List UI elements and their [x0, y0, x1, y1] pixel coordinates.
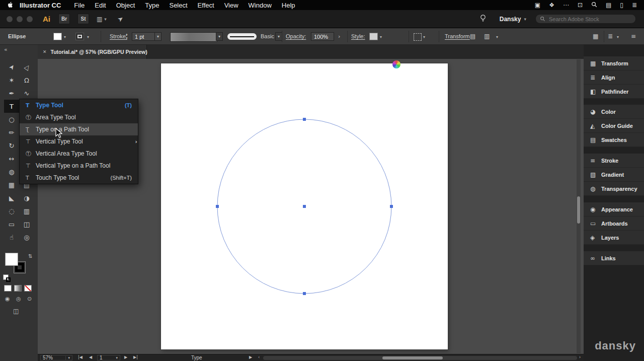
menu-item-vertical-type-tool[interactable]: ⊤ Vertical Type Tool [20, 135, 138, 148]
menu-item-area-type-tool[interactable]: Ⓣ Area Type Tool [20, 111, 138, 123]
stock-button[interactable]: St [77, 14, 89, 24]
menu-type[interactable]: Type [145, 2, 159, 9]
more-icon[interactable]: ⋯ [563, 2, 569, 9]
adobe-stock-search[interactable] [535, 14, 636, 24]
zoom-caret[interactable]: ▾ [65, 356, 70, 360]
workspace-grid-icon[interactable]: ▦ [593, 33, 598, 40]
change-screen-mode-icon[interactable]: ◫ [13, 308, 19, 315]
panel-tab-gradient[interactable]: ▧ Gradient [584, 168, 644, 182]
default-stroke-icon[interactable] [6, 277, 11, 282]
menu-edit[interactable]: Edit [95, 2, 106, 9]
opacity-panel-link[interactable]: Opacity: [286, 33, 306, 39]
stepper-up-icon[interactable]: ▴ [126, 32, 128, 36]
blend-tool[interactable]: ◑ [19, 191, 34, 204]
slice-tool[interactable]: ◫ [19, 218, 34, 231]
artboard-caret[interactable]: ▾ [116, 356, 118, 360]
panel-tab-color-guide[interactable]: ◭ Color Guide [584, 119, 644, 133]
window-close-button[interactable] [7, 16, 13, 22]
ellipse-object[interactable] [161, 63, 448, 349]
menu-help[interactable]: Help [282, 2, 295, 9]
panel-tab-appearance[interactable]: ◉ Appearance [584, 202, 644, 216]
menu-view[interactable]: View [224, 2, 238, 9]
arrange-documents-caret[interactable]: ▾ [104, 17, 107, 22]
scroll-left-icon[interactable]: ‹ [258, 355, 260, 359]
next-artboard-button[interactable]: ▶ [124, 355, 127, 359]
tab-close-icon[interactable]: ✕ [43, 49, 47, 54]
stroke-weight-stepper[interactable]: ▴ ▾ [126, 32, 128, 40]
brush-definition-preview[interactable] [170, 32, 217, 42]
spotlight-search-icon[interactable] [591, 2, 597, 9]
fill-color-proxy[interactable] [5, 253, 18, 266]
shape-builder-tool[interactable]: ◍ [4, 165, 19, 178]
window-minimize-button[interactable] [17, 16, 23, 22]
menu-item-type-on-path-tool[interactable]: Ʈ Type on a Path Tool [20, 123, 138, 135]
horizontal-scrollbar[interactable] [263, 356, 577, 360]
stepper-down-icon[interactable]: ▾ [126, 36, 128, 40]
stroke-weight-field[interactable]: 1 pt [132, 32, 155, 41]
panel-tab-transform[interactable]: ▦ Transform [584, 56, 644, 70]
artboard-tool[interactable]: ▭ [4, 218, 19, 231]
first-artboard-button[interactable]: |◀ [78, 355, 83, 359]
menu-effect[interactable]: Effect [198, 2, 214, 9]
pen-tool[interactable]: ✒ [4, 87, 19, 100]
style-swatch-caret[interactable]: ▾ [380, 35, 382, 39]
rotate-tool[interactable]: ↻ [4, 139, 19, 152]
color-button[interactable] [4, 285, 12, 292]
style-swatch[interactable] [369, 33, 378, 40]
none-button[interactable] [24, 285, 32, 292]
brush-caret[interactable]: ▾ [216, 32, 223, 41]
battery-icon[interactable]: ▯ [620, 2, 623, 9]
previous-artboard-button[interactable]: ◀ [89, 355, 92, 359]
document-tab[interactable]: ✕ Tutorial.ai* @ 57% (RGB/GPU Preview) [38, 45, 147, 59]
vertical-scrollbar[interactable] [577, 59, 581, 353]
panel-list-caret[interactable]: ▾ [617, 35, 619, 39]
fill-swatch[interactable] [53, 33, 62, 40]
menu-item-vertical-type-on-path-tool[interactable]: ⊤ Vertical Type on a Path Tool [20, 160, 138, 172]
panel-tab-pathfinder[interactable]: ◧ Pathfinder [584, 85, 644, 99]
vertical-scrollbar-thumb[interactable] [577, 196, 580, 224]
panel-tab-layers[interactable]: ◈ Layers [584, 231, 644, 245]
apple-menu-icon[interactable] [7, 2, 14, 9]
artboard-number-field[interactable]: 1 ▾ [97, 355, 120, 360]
app-menu-title[interactable]: Illustrator CC [20, 2, 61, 9]
panel-tab-artboards[interactable]: ▭ Artboards [584, 216, 644, 231]
menu-file[interactable]: File [74, 2, 85, 9]
variable-width-profile-swatch[interactable] [227, 33, 257, 40]
arrange-documents-icon[interactable]: ▥ [97, 16, 102, 23]
dropbox-icon[interactable]: ❖ [549, 2, 554, 9]
style-panel-link[interactable]: Style: [351, 33, 365, 39]
menu-item-touch-type-tool[interactable]: T Touch Type Tool (Shift+T) [20, 172, 138, 184]
stroke-swatch-caret[interactable]: ▾ [87, 35, 89, 39]
last-artboard-button[interactable]: ▶| [133, 355, 138, 359]
stats-icon[interactable]: ▤ [606, 2, 611, 9]
transform-panel-link[interactable]: Transform [445, 33, 470, 39]
gradient-button[interactable] [14, 285, 22, 292]
menu-item-vertical-area-type-tool[interactable]: Ⓣ Vertical Area Type Tool [20, 148, 138, 160]
symbol-sprayer-tool[interactable]: ◌ [4, 204, 19, 218]
panel-tab-transparency[interactable]: ◍ Transparency [584, 182, 644, 196]
align-caret[interactable]: ▾ [496, 35, 498, 39]
tearoff-arrow-icon[interactable]: › [135, 138, 137, 145]
screen-mirroring-icon[interactable]: ▣ [535, 2, 540, 9]
panel-tab-links[interactable]: ∞ Links [584, 251, 644, 265]
menu-select[interactable]: Select [169, 2, 187, 9]
column-graph-tool[interactable]: ▥ [19, 204, 34, 218]
horizontal-scrollbar-thumb[interactable] [382, 356, 443, 359]
collapse-toolbar-icon[interactable]: « [4, 46, 8, 53]
menu-object[interactable]: Object [116, 2, 135, 9]
window-zoom-button[interactable] [27, 16, 33, 22]
recolor-artwork-icon[interactable] [392, 60, 400, 68]
swap-fill-stroke-icon[interactable]: ⇄ [28, 254, 33, 258]
zoom-control[interactable]: 57% ▾ [40, 355, 72, 360]
align-icon[interactable]: ▤ [470, 33, 475, 40]
panel-tab-color[interactable]: ◕ Color [584, 105, 644, 119]
user-menu[interactable]: Dansky ▾ [500, 16, 526, 23]
select-similar-icon[interactable] [414, 33, 422, 41]
panel-tab-align[interactable]: ≣ Align [584, 70, 644, 85]
mesh-tool[interactable]: ▦ [4, 178, 19, 191]
zoom-tool[interactable]: ◎ [19, 231, 34, 244]
curvature-tool[interactable]: ∿ [19, 87, 34, 100]
draw-inside-icon[interactable]: ⊙ [27, 296, 32, 302]
scroll-right-icon[interactable]: › [579, 355, 581, 359]
panel-list-icon[interactable]: ≣ [608, 33, 613, 40]
